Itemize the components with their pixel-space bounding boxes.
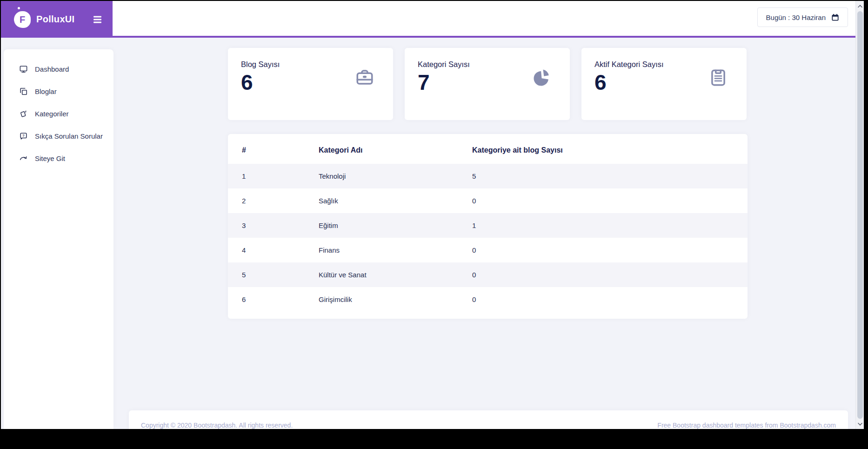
sidebar-item-kategoriler[interactable]: Kategoriler xyxy=(4,102,114,125)
cell-count: 0 xyxy=(458,238,748,262)
sidebar-item-label: Kategoriler xyxy=(35,110,69,118)
calendar-icon xyxy=(831,13,839,21)
category-table: # Kategori Adı Kategoriye ait blog Sayıs… xyxy=(228,134,748,312)
svg-text:?: ? xyxy=(22,134,25,138)
cell-category: Eğitim xyxy=(305,213,458,238)
cell-category: Finans xyxy=(305,238,458,262)
app-viewport: F PolluxUI Bugün : 30 Haziran Dash xyxy=(1,1,864,429)
table-row: 4 Finans 0 xyxy=(228,238,748,262)
pie-chart-icon xyxy=(532,67,551,87)
table-row: 1 Teknoloji 5 xyxy=(228,164,748,188)
table-header-row: # Kategori Adı Kategoriye ait blog Sayıs… xyxy=(228,134,748,164)
briefcase-icon xyxy=(355,67,374,87)
sidebar-item-label: Bloglar xyxy=(35,87,57,95)
cell-index: 5 xyxy=(228,262,305,287)
sidebar: Dashboard Bloglar Kategor xyxy=(4,49,114,429)
sidebar-item-bloglar[interactable]: Bloglar xyxy=(4,80,114,102)
logo-dot xyxy=(18,7,20,9)
sidebar-item-label: Dashboard xyxy=(35,65,69,73)
question-bubble-icon: ? xyxy=(19,132,28,141)
brand-title[interactable]: PolluxUI xyxy=(36,14,74,25)
table-row: 6 Girişimcilik 0 xyxy=(228,287,748,312)
col-header-index: # xyxy=(228,134,305,164)
cell-index: 6 xyxy=(228,287,305,312)
sidebar-item-siteye-git[interactable]: Siteye Git xyxy=(4,147,114,169)
col-header-blog-count: Kategoriye ait blog Sayısı xyxy=(458,134,748,164)
scroll-up-icon[interactable] xyxy=(856,2,864,10)
stat-card-active-category-count: Aktif Kategori Sayısı 6 xyxy=(581,48,747,120)
footer-copyright: Copyright © 2020 Bootstrapdash. All righ… xyxy=(141,422,293,429)
vertical-scrollbar[interactable] xyxy=(855,1,864,429)
cell-count: 0 xyxy=(458,188,748,213)
sidebar-item-label: Siteye Git xyxy=(35,154,65,162)
stat-card-category-count: Kategori Sayısı 7 xyxy=(405,48,570,120)
sidebar-item-label: Sıkça Sorulan Sorular xyxy=(35,132,103,140)
table-row: 2 Sağlık 0 xyxy=(228,188,748,213)
cell-count: 5 xyxy=(458,164,748,188)
hamburger-menu-icon[interactable] xyxy=(92,14,103,25)
cell-category: Girişimcilik xyxy=(305,287,458,312)
cell-index: 2 xyxy=(228,188,305,213)
scroll-down-icon[interactable] xyxy=(856,420,864,428)
top-navbar: F PolluxUI Bugün : 30 Haziran xyxy=(1,1,864,38)
table-row: 5 Kültür ve Sanat 0 xyxy=(228,262,748,287)
cell-category: Kültür ve Sanat xyxy=(305,262,458,287)
category-table-card: # Kategori Adı Kategoriye ait blog Sayıs… xyxy=(228,134,748,319)
today-date-button[interactable]: Bugün : 30 Haziran xyxy=(757,7,848,27)
cell-count: 0 xyxy=(458,287,748,312)
sidebar-item-sss[interactable]: ? Sıkça Sorulan Sorular xyxy=(4,125,114,147)
cell-index: 4 xyxy=(228,238,305,262)
pollux-logo-icon[interactable]: F xyxy=(14,11,31,28)
clipboard-icon xyxy=(708,67,728,87)
cell-index: 1 xyxy=(228,164,305,188)
footer: Copyright © 2020 Bootstrapdash. All righ… xyxy=(129,410,848,429)
today-date-label: Bugün : 30 Haziran xyxy=(766,13,826,21)
col-header-category-name: Kategori Adı xyxy=(305,134,458,164)
cell-count: 0 xyxy=(458,262,748,287)
stat-card-blog-count: Blog Sayısı 6 xyxy=(228,48,393,120)
tag-icon xyxy=(19,109,28,118)
redo-arrow-icon xyxy=(19,154,28,163)
monitor-icon xyxy=(19,65,28,74)
cell-count: 1 xyxy=(458,213,748,238)
table-row: 3 Eğitim 1 xyxy=(228,213,748,238)
brand-block: F PolluxUI xyxy=(1,1,113,38)
footer-credit-link[interactable]: Free Bootstrap dashboard templates from … xyxy=(657,422,836,429)
cell-category: Sağlık xyxy=(305,188,458,213)
cell-category: Teknoloji xyxy=(305,164,458,188)
logo-letter: F xyxy=(20,15,25,24)
stats-row: Blog Sayısı 6 Kategori Sayısı 7 xyxy=(228,48,747,120)
copy-icon xyxy=(19,87,28,96)
cell-index: 3 xyxy=(228,213,305,238)
sidebar-item-dashboard[interactable]: Dashboard xyxy=(4,58,114,80)
scrollbar-thumb[interactable] xyxy=(857,11,863,419)
